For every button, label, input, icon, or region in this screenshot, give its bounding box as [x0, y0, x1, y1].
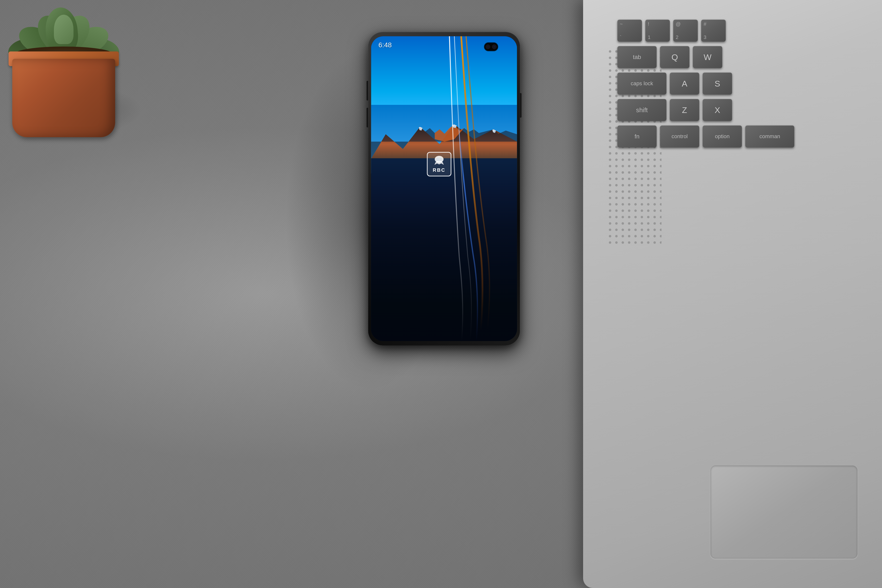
key-a[interactable]: A: [670, 72, 699, 94]
plant-container: [0, 0, 147, 137]
svg-point-11: [440, 158, 441, 159]
keyboard: ~ ` ! 1 @ 2 # 3 tab: [617, 20, 882, 147]
laptop-base: ~ ` ! 1 @ 2 # 3 tab: [583, 0, 882, 588]
keyboard-row-3: caps lock A S: [617, 72, 882, 94]
camera-hole: [484, 43, 497, 51]
key-x[interactable]: X: [703, 99, 732, 121]
key-tab[interactable]: tab: [617, 46, 657, 68]
key-q[interactable]: Q: [660, 46, 689, 68]
key-at-2[interactable]: @ 2: [673, 20, 698, 42]
phone-screen[interactable]: 6:48 RBC: [371, 36, 517, 341]
phone-time: 6:48: [378, 41, 392, 49]
camera-lens-main: [486, 45, 490, 49]
rbc-lion-icon: [432, 156, 446, 166]
svg-point-10: [437, 158, 438, 159]
key-command[interactable]: comman: [745, 126, 794, 147]
key-fn[interactable]: fn: [617, 126, 657, 147]
leaf-center: [54, 15, 74, 44]
rbc-text: RBC: [433, 167, 446, 173]
laptop: ~ ` ! 1 @ 2 # 3 tab: [583, 0, 882, 588]
key-exclaim-1[interactable]: ! 1: [645, 20, 670, 42]
keyboard-row-5: fn control option comman: [617, 126, 882, 147]
key-option[interactable]: option: [703, 126, 742, 147]
screen-water-reflection: [371, 158, 517, 341]
rbc-logo-inner: RBC: [427, 152, 451, 176]
keyboard-row-4: shift Z X: [617, 99, 882, 121]
keyboard-row-1: ~ ` ! 1 @ 2 # 3: [617, 20, 882, 42]
key-caps-lock[interactable]: caps lock: [617, 72, 666, 94]
rbc-logo: RBC: [427, 152, 451, 176]
keyboard-row-2: tab Q W: [617, 46, 882, 68]
key-shift[interactable]: shift: [617, 99, 666, 121]
key-control[interactable]: control: [660, 126, 699, 147]
key-hash-3[interactable]: # 3: [701, 20, 726, 42]
key-z[interactable]: Z: [670, 99, 699, 121]
key-s[interactable]: S: [703, 72, 732, 94]
pot-body: [12, 59, 115, 137]
trackpad[interactable]: [711, 465, 858, 559]
key-w[interactable]: W: [693, 46, 722, 68]
smartphone: 6:48 RBC: [368, 32, 520, 345]
camera-lens-secondary: [492, 45, 496, 49]
key-tilde-backtick[interactable]: ~ `: [617, 20, 642, 42]
phone-body: 6:48 RBC: [368, 32, 520, 345]
